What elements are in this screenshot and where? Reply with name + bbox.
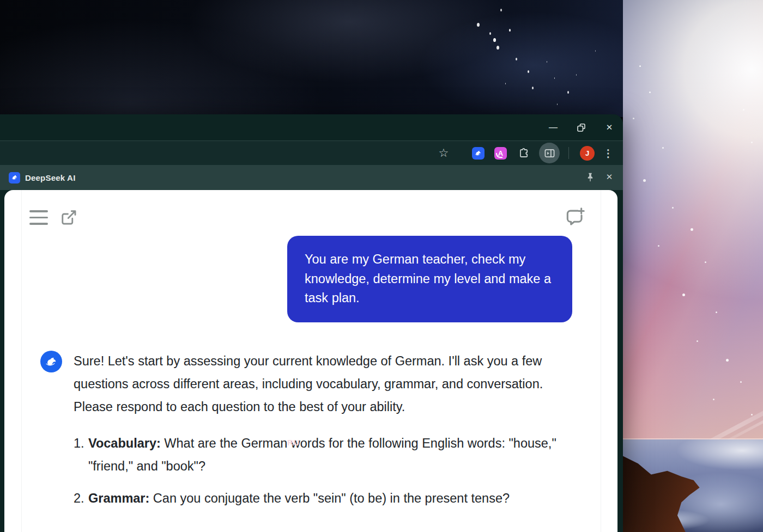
- list-label: Grammar:: [88, 491, 149, 505]
- new-chat-icon: [564, 205, 588, 229]
- new-chat-button[interactable]: [564, 205, 588, 229]
- bookmark-star-icon[interactable]: ☆: [432, 144, 455, 162]
- assistant-intro-paragraph: Sure! Let's start by assessing your curr…: [74, 350, 567, 418]
- panel-title: DeepSeek AI: [25, 173, 76, 182]
- assistant-avatar: [40, 351, 62, 372]
- close-panel-button[interactable]: ✕: [603, 171, 615, 183]
- window-titlebar: — ✕: [0, 114, 623, 140]
- list-item: 2. Grammar: Can you conjugate the verb "…: [74, 487, 567, 510]
- list-number: 2.: [74, 487, 88, 510]
- list-text: Can you conjugate the verb "sein" (to be…: [149, 491, 510, 505]
- pin-panel-button[interactable]: [584, 172, 596, 184]
- assistant-message: Sure! Let's start by assessing your curr…: [74, 350, 567, 510]
- restore-button[interactable]: [571, 118, 591, 137]
- watermark-text: RU: [287, 438, 300, 447]
- letter-a-glyph: A: [498, 149, 503, 157]
- scrollbar-track[interactable]: [601, 190, 601, 532]
- list-item: 1. Vocabulary: What are the German words…: [74, 432, 567, 478]
- minimize-button[interactable]: —: [543, 118, 564, 137]
- side-panel-icon: [544, 148, 555, 159]
- extensions-puzzle-icon[interactable]: [513, 144, 535, 162]
- browser-window: — ✕ ☆ A: [0, 114, 623, 532]
- side-panel-button[interactable]: [539, 143, 560, 163]
- hamburger-icon: [29, 210, 48, 212]
- chat-menu-button[interactable]: [29, 210, 48, 225]
- list-number: 1.: [74, 432, 88, 478]
- whale-icon: [44, 354, 59, 369]
- deepseek-chat-panel: You are my German teacher, check my know…: [4, 190, 617, 532]
- city-lights: [493, 38, 496, 42]
- user-message-bubble: You are my German teacher, check my know…: [287, 236, 572, 322]
- browser-toolbar: ☆ A J ⋮: [0, 140, 623, 165]
- assistant-question-list: 1. Vocabulary: What are the German words…: [74, 432, 567, 510]
- panel-gutter-line: [21, 190, 22, 532]
- wallpaper-space-flare: [623, 0, 763, 532]
- deepseek-extension-icon[interactable]: [472, 147, 485, 160]
- whale-icon: [474, 149, 482, 157]
- pink-a-extension-icon[interactable]: A: [494, 147, 507, 160]
- deepseek-logo-icon: [9, 172, 20, 184]
- profile-avatar[interactable]: J: [580, 146, 595, 161]
- external-link-icon: [59, 207, 78, 227]
- deepseek-panel-header: DeepSeek AI ✕: [0, 165, 623, 190]
- toolbar-divider: [568, 147, 569, 159]
- browser-menu-button[interactable]: ⋮: [600, 144, 616, 162]
- ocean: [623, 439, 763, 532]
- list-label: Vocabulary:: [88, 436, 161, 450]
- open-in-new-tab-button[interactable]: [59, 207, 78, 227]
- restore-icon: [576, 123, 586, 133]
- close-window-button[interactable]: ✕: [599, 118, 620, 137]
- pin-icon: [584, 172, 596, 184]
- city-lights-orbit: [639, 65, 641, 67]
